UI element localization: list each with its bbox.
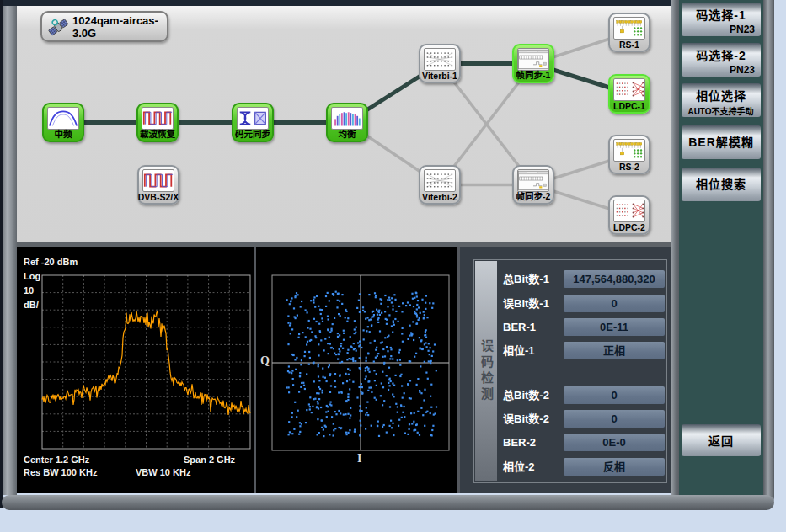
constellation-panel: Q I (256, 247, 457, 493)
sidebar-button-label: BER解模糊 (682, 125, 761, 159)
ber-side-bar: 误码检测 (475, 261, 497, 481)
q-axis-label: Q (260, 354, 270, 368)
ber-row-label-5: 总Bit数-2 (503, 386, 549, 404)
sidebar-button-phase-select[interactable]: 相位选择AUTO不支持手动 (682, 83, 761, 117)
node-label-rs2: RS-2 (603, 162, 655, 172)
node-dvb[interactable]: DVB-S2/X (137, 165, 179, 205)
sidebar-button-label: 码选择-1 (682, 6, 761, 23)
spectrum-center-label: Center 1.2 GHz (24, 455, 89, 465)
spectrum-resbw-label: Res BW 100 KHz (24, 467, 97, 477)
node-label-eq: 均衡 (321, 127, 373, 140)
node-label-if: 中频 (37, 127, 89, 140)
satellite-icon (46, 15, 70, 39)
node-label-fs1: 帧同步-1 (507, 68, 559, 81)
node-rs2[interactable]: RS-2 (608, 135, 650, 174)
signal-title-button[interactable]: 1024qam-aircas-3.0G (40, 11, 168, 42)
ber-row-5: 总Bit数-20 (503, 386, 665, 404)
ber-row-label-2: 误Bit数-1 (503, 295, 549, 312)
equalizer-bars-icon (331, 107, 363, 130)
node-rs1[interactable]: RS-1 (608, 13, 650, 52)
ber-row-label-3: BER-1 (503, 318, 536, 336)
sidebar-button-sublabel: PN23 (682, 24, 761, 35)
square-wave-icon (142, 169, 174, 192)
ber-row-3: BER-10E-11 (503, 318, 665, 336)
eye-diagram-icon (237, 107, 269, 130)
sidebar-button-ber-deambiguity[interactable]: BER解模糊 (682, 125, 761, 159)
ber-row-label-1: 总Bit数-1 (503, 270, 549, 288)
sidebar-button-code-select-2[interactable]: 码选择-2PN23 (682, 43, 761, 77)
node-label-ldpc1: LDPC-1 (603, 101, 655, 111)
ber-row-value-2: 0 (564, 295, 665, 312)
trellis-icon (424, 169, 456, 192)
node-label-dvb: DVB-S2/X (132, 192, 184, 202)
flow-diagram-panel: 中频载波恢复码元同步均衡DVB-S2/XViterbi-1Viterbi-2帧同… (17, 6, 671, 242)
node-vit2[interactable]: Viterbi-2 (419, 165, 461, 205)
ber-row-1: 总Bit数-1147,564,880,320 (503, 270, 665, 288)
ber-row-2: 误Bit数-10 (503, 295, 665, 312)
ber-row-value-4: 正相 (564, 342, 665, 359)
trellis-icon (424, 48, 456, 71)
ber-row-6: 误Bit数-20 (503, 410, 665, 428)
node-fs1[interactable]: 帧同步-1 (512, 44, 554, 83)
node-label-rs1: RS-1 (603, 40, 655, 50)
frame-sync-icon (517, 48, 549, 71)
spectrum-ref-label: Ref -20 dBm (24, 257, 78, 267)
sidebar-button-sublabel: AUTO不支持手动 (682, 104, 761, 117)
signal-title-label: 1024qam-aircas-3.0G (72, 14, 163, 40)
node-if[interactable]: 中频 (42, 103, 84, 142)
ber-row-value-5: 0 (564, 386, 665, 404)
node-fs2[interactable]: 帧同步-2 (512, 165, 554, 205)
if-spectrum-icon (47, 107, 79, 130)
window-frame-bottom (2, 495, 774, 510)
sidebar-button-phase-search[interactable]: 相位搜索 (682, 168, 761, 201)
sidebar-button-label: 返回 (682, 424, 761, 458)
frame-sync-icon (517, 169, 549, 192)
ber-side-label: 误码检测 (478, 339, 495, 403)
node-symbol[interactable]: 码元同步 (232, 103, 274, 142)
node-label-symbol: 码元同步 (227, 127, 279, 140)
ldpc-graph-icon (613, 200, 645, 222)
ber-row-label-7: BER-2 (503, 434, 536, 451)
reed-solomon-icon (613, 139, 645, 162)
ber-row-value-7: 0E-0 (564, 434, 665, 451)
sidebar-button-label: 相位选择 (682, 87, 761, 104)
sidebar-button-sublabel: PN23 (682, 64, 761, 76)
sidebar-button-label: 码选择-2 (682, 46, 761, 63)
window-frame-middle-right (671, 0, 679, 495)
node-label-vit1: Viterbi-1 (414, 71, 466, 81)
ber-row-value-8: 反相 (564, 458, 665, 476)
sidebar-button-code-select-1[interactable]: 码选择-1PN23 (682, 3, 761, 36)
ber-row-label-8: 相位-2 (503, 458, 535, 476)
sidebar-button-label: 相位搜索 (682, 168, 761, 201)
node-carrier[interactable]: 载波恢复 (136, 103, 179, 142)
ber-row-value-1: 147,564,880,320 (564, 270, 665, 288)
node-ldpc2[interactable]: LDPC-2 (608, 195, 650, 235)
i-axis-label: I (357, 452, 361, 466)
ber-row-value-6: 0 (564, 410, 665, 428)
window-frame-right (763, 0, 774, 506)
spectrum-analyzer-panel: Ref -20 dBm Log 10 dB/ Center 1.2 GHz Sp… (17, 247, 254, 493)
node-label-fs2: 帧同步-2 (507, 189, 559, 202)
ber-detection-panel: 误码检测 总Bit数-1147,564,880,320误Bit数-10BER-1… (460, 247, 671, 493)
ber-row-8: 相位-2反相 (503, 458, 665, 476)
bottom-panels: Ref -20 dBm Log 10 dB/ Center 1.2 GHz Sp… (17, 247, 671, 493)
ber-row-7: BER-20E-0 (503, 434, 665, 451)
reed-solomon-icon (613, 17, 645, 40)
node-vit1[interactable]: Viterbi-1 (419, 44, 461, 83)
application-window: 中频载波恢复码元同步均衡DVB-S2/XViterbi-1Viterbi-2帧同… (0, 0, 786, 532)
node-label-vit2: Viterbi-2 (414, 192, 466, 202)
ber-detection-box: 误码检测 总Bit数-1147,564,880,320误Bit数-10BER-1… (473, 259, 667, 483)
spectrum-unit-label: dB/ (24, 300, 39, 310)
spectrum-scale-label: 10 (24, 285, 34, 295)
ber-row-label-6: 误Bit数-2 (503, 410, 549, 428)
window-frame-left (3, 6, 17, 495)
sidebar-button-return[interactable]: 返回 (682, 424, 761, 456)
node-ldpc1[interactable]: LDPC-1 (608, 74, 650, 114)
sidebar: 码选择-1PN23码选择-2PN23相位选择AUTO不支持手动BER解模糊相位搜… (679, 0, 763, 506)
square-wave-icon (142, 107, 174, 130)
ldpc-graph-icon (613, 78, 645, 101)
node-label-ldpc2: LDPC-2 (603, 222, 655, 232)
window-top-bar (3, 0, 679, 6)
ber-row-value-3: 0E-11 (564, 318, 665, 336)
node-eq[interactable]: 均衡 (326, 103, 368, 142)
